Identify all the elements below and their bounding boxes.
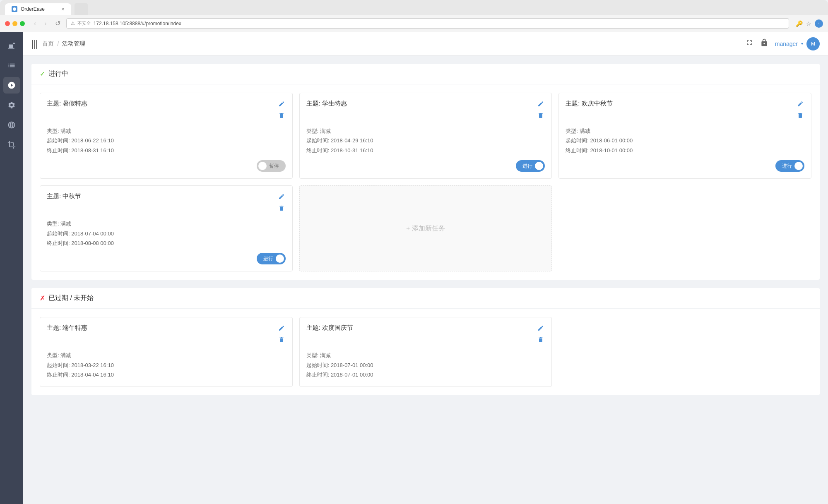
- card-dragon-boat-header: 主题: 端午特惠: [47, 324, 286, 346]
- card-student-sale-start: 起始时间: 2018-04-29 16:10: [306, 136, 545, 145]
- card-mid-autumn2-header: 主题: 中秋节: [47, 192, 286, 214]
- card-summer-sale-start: 起始时间: 2018-06-22 16:10: [47, 136, 286, 145]
- breadcrumb-separator: /: [57, 41, 59, 47]
- card-summer-sale-toggle[interactable]: 暂停: [257, 160, 286, 172]
- forward-button[interactable]: ›: [42, 19, 49, 28]
- sidebar-icon-globe[interactable]: [3, 117, 20, 133]
- browser-tab-active[interactable]: OrderEase ×: [5, 3, 71, 15]
- sidebar-icon-list[interactable]: [3, 57, 20, 74]
- card-student-sale: 主题: 学生特惠: [299, 93, 552, 179]
- sidebar-icon-promotion[interactable]: [3, 77, 20, 94]
- card-mid-autumn2-toggle[interactable]: 进行: [257, 253, 286, 264]
- card-mid-autumn-edit-button[interactable]: [796, 100, 804, 110]
- card-mid-autumn-end: 终止时间: 2018-10-01 00:00: [566, 146, 804, 155]
- card-national-day-header: 主题: 欢度国庆节: [306, 324, 545, 346]
- card-summer-sale-actions: [277, 100, 286, 121]
- active-section: ✓ 进行中 主题: 暑假特惠: [31, 64, 820, 280]
- active-section-title: 进行中: [48, 70, 68, 78]
- sidebar: [0, 32, 23, 504]
- card-mid-autumn-toggle[interactable]: 进行: [775, 160, 804, 172]
- card-national-day: 主题: 欢度国庆节: [299, 317, 552, 386]
- toggle-circle: [276, 254, 284, 263]
- security-warning: ⚠: [71, 21, 75, 26]
- card-national-day-edit-button[interactable]: [537, 324, 545, 334]
- card-dragon-boat-delete-button[interactable]: [277, 336, 286, 346]
- card-dragon-boat-edit-button[interactable]: [277, 324, 286, 334]
- dropdown-arrow-icon: ▾: [801, 41, 803, 46]
- card-mid-autumn-title: 主题: 欢庆中秋节: [566, 100, 612, 108]
- card-student-sale-type: 类型: 满减: [306, 126, 545, 136]
- card-mid-autumn2-type: 类型: 满减: [47, 219, 286, 228]
- menu-dots-icon[interactable]: ⋮: [815, 19, 823, 28]
- card-student-sale-toggle[interactable]: 进行: [516, 160, 545, 172]
- sidebar-icon-wrench[interactable]: [3, 97, 20, 113]
- card-mid-autumn2-delete-button[interactable]: [277, 204, 286, 214]
- card-mid-autumn2-edit-button[interactable]: [277, 192, 286, 202]
- toggle-text-paused: 暂停: [267, 163, 282, 170]
- tab-close-button[interactable]: ×: [61, 6, 65, 12]
- back-button[interactable]: ‹: [31, 19, 39, 28]
- lock-icon[interactable]: [760, 38, 768, 49]
- insecure-label: 不安全: [77, 20, 91, 26]
- breadcrumb-home[interactable]: 首页: [42, 40, 54, 48]
- card-dragon-boat-info: 类型: 满减 起始时间: 2018-03-22 16:10 终止时间: 2018…: [47, 350, 286, 379]
- topbar-right: manager ▾ M: [745, 37, 820, 50]
- card-national-day-title: 主题: 欢度国庆节: [306, 324, 353, 332]
- new-tab-button[interactable]: [75, 3, 88, 15]
- card-summer-sale-end: 终止时间: 2018-08-31 16:10: [47, 146, 286, 155]
- active-cards-grid: 主题: 暑假特惠: [40, 93, 811, 271]
- refresh-button[interactable]: ↺: [53, 19, 63, 28]
- username-label: manager: [775, 41, 798, 47]
- card-dragon-boat: 主题: 端午特惠: [40, 317, 293, 386]
- add-task-label: + 添加新任务: [406, 224, 445, 233]
- card-mid-autumn-start: 起始时间: 2018-06-01 00:00: [566, 136, 804, 145]
- key-icon[interactable]: 🔑: [796, 20, 803, 27]
- card-mid-autumn2-title: 主题: 中秋节: [47, 192, 81, 200]
- card-mid-autumn-info: 类型: 满减 起始时间: 2018-06-01 00:00 终止时间: 2018…: [566, 126, 804, 155]
- add-task-card[interactable]: + 添加新任务: [299, 185, 552, 271]
- toggle-circle: [535, 162, 543, 170]
- content-area: ✓ 进行中 主题: 暑假特惠: [23, 55, 828, 504]
- address-bar[interactable]: ⚠ 不安全 172.18.158.105:8888/#/promotion/in…: [66, 18, 789, 29]
- card-student-sale-actions: [537, 100, 545, 121]
- card-student-sale-header: 主题: 学生特惠: [306, 100, 545, 121]
- card-dragon-boat-start: 起始时间: 2018-03-22 16:10: [47, 360, 286, 370]
- star-icon[interactable]: ☆: [806, 20, 811, 27]
- card-mid-autumn2-start: 起始时间: 2018-07-04 00:00: [47, 229, 286, 238]
- card-summer-sale-type: 类型: 满减: [47, 126, 286, 136]
- card-dragon-boat-actions: [277, 324, 286, 346]
- expired-section: ✗ 已过期 / 未开始 主题: 端午特惠: [31, 288, 820, 395]
- card-summer-sale-footer: 暂停: [47, 160, 286, 172]
- breadcrumb: 首页 / 活动管理: [42, 40, 85, 48]
- card-summer-sale-edit-button[interactable]: [277, 100, 286, 110]
- fullscreen-icon[interactable]: [745, 38, 753, 49]
- card-mid-autumn-type: 类型: 满减: [566, 126, 804, 136]
- app-container: ||| 首页 / 活动管理 manager ▾ M: [0, 32, 828, 504]
- card-national-day-start: 起始时间: 2018-07-01 00:00: [306, 360, 545, 370]
- card-mid-autumn2: 主题: 中秋节: [40, 185, 293, 271]
- card-national-day-delete-button[interactable]: [537, 336, 545, 346]
- traffic-light-yellow[interactable]: [12, 21, 17, 26]
- card-student-sale-delete-button[interactable]: [537, 111, 545, 121]
- traffic-lights: [5, 21, 25, 26]
- card-student-sale-title: 主题: 学生特惠: [306, 100, 347, 108]
- card-national-day-info: 类型: 满减 起始时间: 2018-07-01 00:00 终止时间: 2018…: [306, 350, 545, 379]
- card-mid-autumn-actions: [796, 100, 804, 121]
- topbar: ||| 首页 / 活动管理 manager ▾ M: [23, 32, 828, 55]
- toggle-text-active: 进行: [520, 163, 535, 170]
- card-summer-sale-delete-button[interactable]: [277, 111, 286, 121]
- svg-point-0: [13, 7, 16, 11]
- expired-section-title: 已过期 / 未开始: [48, 294, 94, 302]
- card-student-sale-edit-button[interactable]: [537, 100, 545, 110]
- sidebar-icon-crop[interactable]: [3, 137, 20, 153]
- user-avatar: M: [806, 37, 820, 50]
- breadcrumb-current: 活动管理: [62, 40, 85, 48]
- sidebar-icon-coffee[interactable]: [3, 37, 20, 54]
- menu-toggle-icon[interactable]: |||: [31, 38, 37, 49]
- tab-title: OrderEase: [21, 6, 45, 12]
- card-dragon-boat-end: 终止时间: 2018-04-04 16:10: [47, 370, 286, 379]
- traffic-light-green[interactable]: [20, 21, 25, 26]
- traffic-light-red[interactable]: [5, 21, 10, 26]
- card-mid-autumn-delete-button[interactable]: [796, 111, 804, 121]
- user-menu[interactable]: manager ▾ M: [775, 37, 820, 50]
